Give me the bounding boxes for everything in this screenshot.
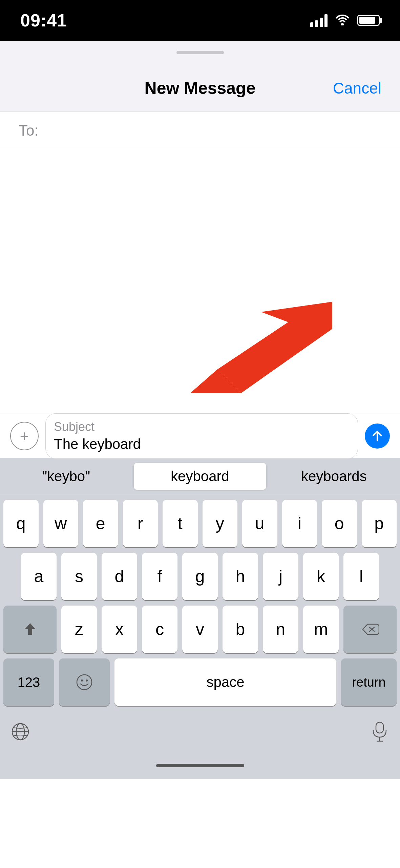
status-time: 09:41	[20, 10, 67, 31]
to-label: To:	[19, 122, 39, 139]
svg-point-0	[341, 23, 344, 25]
keyboard-row-3: z x c v b n m	[3, 606, 397, 653]
key-t[interactable]: t	[163, 500, 198, 547]
nav-bar: New Message Cancel	[0, 64, 400, 112]
key-i[interactable]: i	[282, 500, 317, 547]
battery-icon	[357, 15, 380, 26]
key-z[interactable]: z	[61, 606, 97, 653]
send-icon	[371, 429, 384, 443]
add-attachment-button[interactable]: +	[10, 422, 39, 450]
autocomplete-bar: "keybo" keyboard keyboards	[0, 458, 400, 495]
key-rows: q w e r t y u i o p a s d f g h j k l	[0, 495, 400, 706]
keyboard-row-1: q w e r t y u i o p	[3, 500, 397, 547]
plus-icon: +	[20, 427, 29, 445]
send-button[interactable]	[365, 423, 390, 449]
subject-placeholder: Subject	[54, 420, 350, 434]
message-body[interactable]	[0, 149, 400, 414]
autocomplete-divider-1	[132, 466, 132, 487]
key-w[interactable]: w	[43, 500, 79, 547]
emoji-key[interactable]	[59, 658, 110, 706]
globe-icon	[11, 722, 30, 741]
key-y[interactable]: y	[203, 500, 238, 547]
autocomplete-item-1[interactable]: "keybo"	[0, 463, 132, 490]
key-b[interactable]: b	[223, 606, 258, 653]
key-d[interactable]: d	[102, 553, 137, 600]
sheet-handle	[176, 51, 224, 54]
key-h[interactable]: h	[223, 553, 258, 600]
sheet-handle-area	[0, 41, 400, 64]
key-k[interactable]: k	[303, 553, 339, 600]
space-key[interactable]: space	[114, 658, 336, 706]
svg-marker-2	[190, 370, 241, 393]
key-p[interactable]: p	[362, 500, 397, 547]
shift-icon	[23, 622, 38, 637]
key-m[interactable]: m	[303, 606, 339, 653]
wifi-icon	[334, 13, 351, 28]
delete-key[interactable]	[343, 606, 397, 653]
autocomplete-item-3[interactable]: keyboards	[268, 463, 400, 490]
svg-point-5	[77, 675, 92, 690]
cancel-button[interactable]: Cancel	[333, 79, 381, 97]
numbers-key[interactable]: 123	[3, 658, 54, 706]
keyboard-row-2: a s d f g h j k l	[3, 553, 397, 600]
key-e[interactable]: e	[83, 500, 118, 547]
shift-key[interactable]	[3, 606, 57, 653]
message-input[interactable]: Subject The keyboard	[45, 413, 358, 459]
bottom-keyboard-row	[0, 711, 400, 752]
key-v[interactable]: v	[182, 606, 218, 653]
key-s[interactable]: s	[61, 553, 97, 600]
key-r[interactable]: r	[123, 500, 158, 547]
svg-point-7	[86, 679, 88, 682]
key-q[interactable]: q	[3, 500, 39, 547]
status-icons	[310, 13, 380, 28]
key-a[interactable]: a	[21, 553, 57, 600]
to-field[interactable]: To:	[0, 112, 400, 149]
key-x[interactable]: x	[102, 606, 137, 653]
message-text[interactable]: The keyboard	[54, 436, 350, 452]
emoji-icon	[76, 674, 93, 691]
key-c[interactable]: c	[142, 606, 177, 653]
key-j[interactable]: j	[263, 553, 298, 600]
toolbar: + Subject The keyboard	[0, 414, 400, 458]
return-key[interactable]: return	[341, 658, 397, 706]
keyboard[interactable]: "keybo" keyboard keyboards q w e r t y u…	[0, 458, 400, 752]
mic-key[interactable]	[366, 718, 393, 745]
keyboard-row-4: 123 space return	[3, 658, 397, 706]
key-g[interactable]: g	[182, 553, 218, 600]
key-n[interactable]: n	[263, 606, 298, 653]
key-u[interactable]: u	[242, 500, 277, 547]
nav-title: New Message	[145, 78, 256, 98]
status-bar: 09:41	[0, 0, 400, 41]
home-indicator	[0, 752, 400, 779]
svg-point-6	[81, 679, 83, 682]
svg-rect-11	[376, 722, 383, 733]
key-o[interactable]: o	[322, 500, 357, 547]
annotation-arrow	[197, 305, 332, 393]
key-f[interactable]: f	[142, 553, 177, 600]
autocomplete-item-2[interactable]: keyboard	[134, 463, 266, 490]
svg-marker-1	[217, 302, 332, 393]
delete-icon	[361, 623, 379, 636]
signal-bars-icon	[310, 14, 328, 27]
microphone-icon	[371, 722, 388, 742]
home-bar	[156, 764, 244, 767]
key-l[interactable]: l	[343, 553, 379, 600]
globe-key[interactable]	[7, 718, 34, 745]
